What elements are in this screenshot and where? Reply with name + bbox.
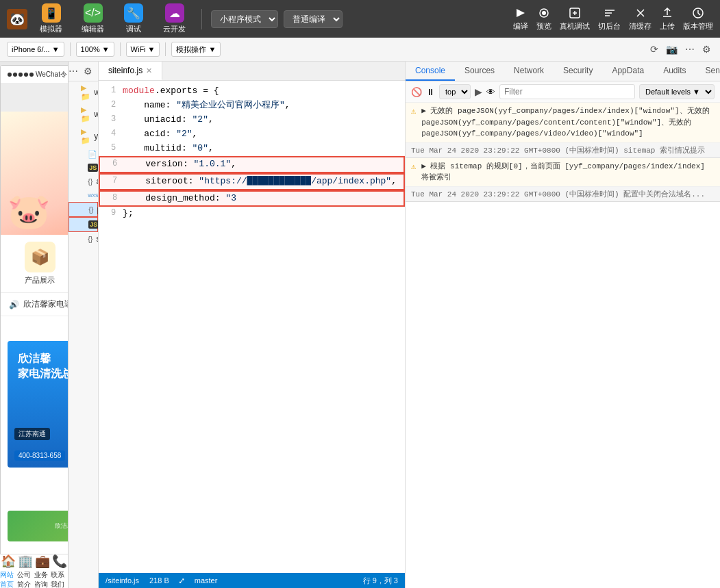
triangle-icon: ▶ (475, 86, 482, 97)
bottom-nav: 🏠 网站首页 🏢 公司简介 💼 业务咨询 📞 联系我们 (0, 554, 68, 584)
preview-btn[interactable]: 预览 (536, 6, 551, 31)
file-gitignore[interactable]: 📄 .gitignore (69, 147, 98, 161)
code-line-8: 8 design_method: "3 (99, 190, 405, 207)
folder-we7[interactable]: ▶ 📁 we7 (69, 81, 98, 103)
network-select[interactable]: WiFi ▼ (126, 42, 160, 57)
warn-icon-1: ⚠ (411, 162, 416, 172)
sim-actions: ⟳ 📷 ⋯ ⚙ (648, 42, 713, 57)
code-line-9: 9 }; (99, 207, 405, 221)
zoom-select[interactable]: 100% ▼ (76, 42, 114, 57)
upload-btn[interactable]: 上传 (660, 6, 675, 31)
svg-point-1 (542, 11, 546, 15)
nav-about-label: 公司简介 (17, 570, 34, 585)
folder-yyf-company[interactable]: ▶ 📁 yyf_company (69, 125, 98, 147)
log-text-1: ▶ 根据 sitemap 的规则[0]，当前页面 [yyf_company/pa… (421, 161, 715, 183)
debug-tab-security[interactable]: Security (554, 62, 602, 81)
tab-siteinfo[interactable]: siteinfo.js ✕ (99, 62, 162, 80)
divider-4 (165, 42, 166, 56)
code-content[interactable]: 1 module.exports = { 2 name: "精美企业公司官网小程… (99, 81, 405, 573)
contact-icon: 📞 (52, 554, 67, 569)
debug-tab-appdata[interactable]: AppData (602, 62, 654, 81)
file-appjson[interactable]: {} app.json (69, 175, 98, 188)
about-icon: 🏢 (18, 554, 33, 569)
status-bar: WeChat令 23:31 100% 🔋 (1, 66, 69, 83)
pause-btn[interactable]: ⏸ (426, 87, 435, 97)
debugger-btn[interactable]: 🔧 调试 (116, 1, 151, 37)
simulator-icon: 📱 (42, 3, 61, 23)
log-divider-1: Tue Mar 24 2020 23:29:22 GMT+0800 (中国标准时… (406, 187, 720, 202)
rotate-btn[interactable]: ⟳ (648, 42, 660, 57)
editor-btn[interactable]: </> 编辑器 (75, 1, 111, 37)
debug-tab-console[interactable]: Console (406, 62, 455, 81)
eye-btn[interactable]: 👁 (486, 87, 495, 97)
file-icon-appwxss: wxss (88, 192, 99, 199)
version-btn[interactable]: 版本管理 (683, 6, 713, 31)
debug-tab-network[interactable]: Network (504, 62, 554, 81)
file-siteinfo[interactable]: JS siteinfo.js (69, 217, 98, 232)
simulator-btn[interactable]: 📱 模拟器 (33, 1, 69, 37)
folder-icon-yyf: ▶ 📁 (81, 127, 90, 145)
statusbar-branch: master (195, 576, 218, 585)
nav-home[interactable]: 🏠 网站首页 (0, 554, 17, 585)
product-thumb-1: 欣洁馨家电清洗 (8, 511, 69, 541)
cloud-btn[interactable]: ☁ 云开发 (156, 1, 193, 37)
nav-consult[interactable]: 💼 业务咨询 (34, 554, 51, 585)
refresh-btn[interactable]: ⚙ (82, 64, 94, 78)
nav-consult-label: 业务咨询 (34, 570, 51, 585)
menu-label-0: 产品展示 (25, 275, 55, 285)
log-divider-0: Tue Mar 24 2020 23:29:22 GMT+0800 (中国标准时… (406, 143, 720, 158)
file-icon-sitemap: {} (88, 235, 92, 243)
folder-wxparse[interactable]: ▶ 📁 wxParse (69, 103, 98, 125)
speaker-icon: 🔊 (9, 300, 19, 309)
real-debug-btn[interactable]: 真机调试 (560, 6, 590, 31)
video-location: 江苏南通 (14, 428, 50, 440)
filter-input[interactable] (499, 84, 635, 99)
tab-siteinfo-close[interactable]: ✕ (146, 66, 152, 75)
nav-home-label: 网站首页 (0, 570, 17, 585)
screenshot-btn[interactable]: 📷 (664, 42, 680, 57)
file-sitemapjson[interactable]: {} sitemap.json (69, 232, 98, 246)
debug-panel: Console Sources Network Security AppData… (405, 62, 720, 588)
video-section-title: 视频展示 (8, 323, 69, 335)
menu-item-0[interactable]: 📦 产品展示 (25, 242, 55, 285)
file-appwxss[interactable]: wxss app.wxss (69, 188, 98, 202)
debug-tab-sources[interactable]: Sources (455, 62, 504, 81)
consult-icon: 💼 (35, 554, 50, 569)
file-projectconfig[interactable]: {} project.config... tv (69, 202, 98, 217)
warn-icon-0: ⚠ (411, 106, 416, 116)
level-select[interactable]: Default levels ▼ (639, 84, 715, 99)
clear-console-btn[interactable]: 🚫 (411, 87, 422, 97)
nav-about[interactable]: 🏢 公司简介 (17, 554, 34, 585)
nav-contact[interactable]: 📞 联系我们 (51, 554, 68, 585)
operation-select[interactable]: 模拟操作 ▼ (171, 42, 221, 57)
debug-tab-audits[interactable]: Audits (654, 62, 695, 81)
mode-select[interactable]: 小程序模式 (211, 10, 278, 28)
more-btn[interactable]: ⋯ (683, 42, 697, 57)
signal-area: WeChat令 (8, 70, 67, 79)
file-tree-panel: + 🔍 ⋯ ⚙ ▶ 📁 we7 ▶ 📁 wxParse ▶ 📁 yyf_comp… (69, 62, 99, 588)
clear-btn[interactable]: 清缓存 (629, 6, 651, 31)
main-area: WeChat令 23:31 100% 🔋 欣洁馨 ••• ⊙ (0, 62, 720, 588)
device-select[interactable]: iPhone 6/... ▼ (7, 42, 64, 57)
settings-btn[interactable]: ⚙ (700, 42, 713, 57)
video-thumbnail[interactable]: 欣洁馨家电清洗总部 ▶ 江苏南通 400-8313-658 (8, 341, 69, 468)
file-appjs[interactable]: JS app.js (69, 161, 98, 175)
menu-icon-0: 📦 (25, 242, 55, 272)
switch-btn[interactable]: 切后台 (598, 6, 621, 31)
phone-menu: 📦 产品展示 ✅ 加盟介绍 📰 公司新闻 🎬 公司视频 (1, 235, 69, 293)
debug-tabs: Console Sources Network Security AppData… (406, 62, 720, 81)
more-options-btn[interactable]: ⋯ (69, 64, 79, 78)
compile-select[interactable]: 普通编译 (284, 10, 343, 28)
code-editor-panel: siteinfo.js ✕ 1 module.exports = { 2 nam… (99, 62, 405, 588)
statusbar-branch-icon: ⑇ (179, 576, 184, 585)
compile-btn[interactable]: 编译 (513, 6, 528, 31)
top-select[interactable]: top (439, 84, 471, 99)
signal-dots (8, 73, 34, 77)
product-thumbs: 欣洁馨家电清洗 风险创业—立就成... (8, 511, 69, 541)
statusbar-size: 218 B (149, 576, 169, 585)
phone-frame: WeChat令 23:31 100% 🔋 欣洁馨 ••• ⊙ (0, 65, 69, 584)
second-toolbar: iPhone 6/... ▼ 100% ▼ WiFi ▼ 模拟操作 ▼ ⟳ 📷 … (0, 38, 720, 62)
log-text-0: ▶ 无效的 pageJSON(yyf_company/pages/index/i… (421, 105, 709, 140)
debug-tab-sensor[interactable]: Sensor (696, 62, 721, 81)
toolbar-right: 编译 预览 真机调试 切后台 清缓存 上传 版本管理 (513, 6, 713, 31)
